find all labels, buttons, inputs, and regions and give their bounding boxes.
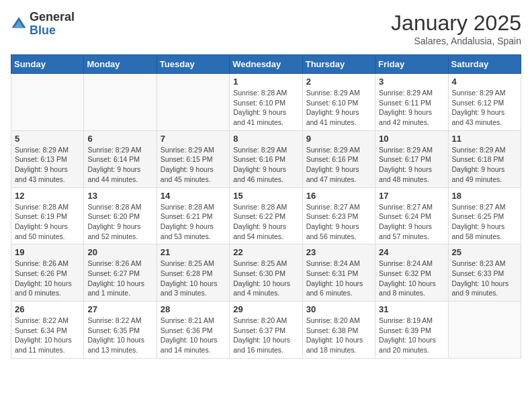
weekday-header-tuesday: Tuesday [157,55,229,74]
day-number: 16 [306,191,371,201]
calendar-cell: 15Sunrise: 8:28 AM Sunset: 6:22 PM Dayli… [230,187,302,244]
calendar-cell: 10Sunrise: 8:29 AM Sunset: 6:17 PM Dayli… [375,130,448,187]
calendar-cell: 3Sunrise: 8:29 AM Sunset: 6:11 PM Daylig… [375,74,448,131]
logo-general-text: General [30,10,75,24]
calendar-cell [448,302,521,359]
day-number: 11 [452,134,517,144]
calendar-cell: 17Sunrise: 8:27 AM Sunset: 6:24 PM Dayli… [375,187,448,244]
calendar-cell: 16Sunrise: 8:27 AM Sunset: 6:23 PM Dayli… [302,187,375,244]
day-number: 1 [233,77,298,87]
day-info: Sunrise: 8:27 AM Sunset: 6:24 PM Dayligh… [379,202,444,242]
day-number: 28 [161,304,226,314]
day-number: 20 [87,247,152,257]
day-info: Sunrise: 8:28 AM Sunset: 6:19 PM Dayligh… [15,202,80,242]
day-number: 10 [379,134,444,144]
calendar-cell: 8Sunrise: 8:29 AM Sunset: 6:16 PM Daylig… [230,130,302,187]
day-number: 31 [379,304,444,314]
calendar-cell [84,74,157,131]
calendar-cell [157,74,229,131]
weekday-header-monday: Monday [84,55,157,74]
day-info: Sunrise: 8:22 AM Sunset: 6:34 PM Dayligh… [15,316,80,355]
calendar-cell: 11Sunrise: 8:29 AM Sunset: 6:18 PM Dayli… [448,130,521,187]
day-info: Sunrise: 8:22 AM Sunset: 6:35 PM Dayligh… [87,316,152,355]
calendar-cell: 9Sunrise: 8:29 AM Sunset: 6:16 PM Daylig… [302,130,375,187]
day-info: Sunrise: 8:28 AM Sunset: 6:22 PM Dayligh… [233,202,298,242]
day-number: 9 [306,134,371,144]
page-header: General Blue January 2025 Salares, Andal… [11,11,521,46]
day-info: Sunrise: 8:29 AM Sunset: 6:11 PM Dayligh… [379,88,444,128]
calendar-cell: 28Sunrise: 8:21 AM Sunset: 6:36 PM Dayli… [157,302,229,359]
calendar-cell: 19Sunrise: 8:26 AM Sunset: 6:26 PM Dayli… [11,244,84,302]
calendar-cell: 5Sunrise: 8:29 AM Sunset: 6:13 PM Daylig… [11,130,84,187]
calendar-table: SundayMondayTuesdayWednesdayThursdayFrid… [11,54,521,359]
day-info: Sunrise: 8:27 AM Sunset: 6:23 PM Dayligh… [306,202,371,242]
calendar-cell: 13Sunrise: 8:28 AM Sunset: 6:20 PM Dayli… [84,187,157,244]
day-number: 23 [306,247,371,257]
logo-blue-text: Blue [30,24,56,37]
weekday-header-saturday: Saturday [448,55,521,74]
calendar-cell: 29Sunrise: 8:20 AM Sunset: 6:37 PM Dayli… [230,302,302,359]
calendar-cell: 30Sunrise: 8:20 AM Sunset: 6:38 PM Dayli… [302,302,375,359]
weekday-header-row: SundayMondayTuesdayWednesdayThursdayFrid… [11,55,521,74]
day-info: Sunrise: 8:24 AM Sunset: 6:31 PM Dayligh… [306,259,371,298]
day-info: Sunrise: 8:20 AM Sunset: 6:38 PM Dayligh… [306,316,371,355]
day-number: 27 [87,304,152,314]
day-number: 5 [15,134,80,144]
day-info: Sunrise: 8:27 AM Sunset: 6:25 PM Dayligh… [452,202,517,242]
weekday-header-friday: Friday [375,55,448,74]
day-number: 4 [452,77,517,87]
calendar-cell: 2Sunrise: 8:29 AM Sunset: 6:10 PM Daylig… [302,74,375,131]
calendar-cell: 25Sunrise: 8:23 AM Sunset: 6:33 PM Dayli… [448,244,521,302]
calendar-week-2: 5Sunrise: 8:29 AM Sunset: 6:13 PM Daylig… [11,130,521,187]
calendar-week-4: 19Sunrise: 8:26 AM Sunset: 6:26 PM Dayli… [11,244,521,302]
day-number: 15 [233,191,298,201]
calendar-cell: 6Sunrise: 8:29 AM Sunset: 6:14 PM Daylig… [84,130,157,187]
day-number: 14 [161,191,226,201]
weekday-header-wednesday: Wednesday [230,55,302,74]
day-info: Sunrise: 8:23 AM Sunset: 6:33 PM Dayligh… [452,259,517,298]
day-info: Sunrise: 8:29 AM Sunset: 6:17 PM Dayligh… [379,145,444,185]
day-number: 2 [306,77,371,87]
calendar-cell: 22Sunrise: 8:25 AM Sunset: 6:30 PM Dayli… [230,244,302,302]
day-number: 17 [379,191,444,201]
title-block: January 2025 Salares, Andalusia, Spain [391,11,521,46]
calendar-cell: 23Sunrise: 8:24 AM Sunset: 6:31 PM Dayli… [302,244,375,302]
location-text: Salares, Andalusia, Spain [391,36,521,46]
day-number: 19 [15,247,80,257]
day-info: Sunrise: 8:29 AM Sunset: 6:14 PM Dayligh… [87,145,152,185]
month-title: January 2025 [391,11,521,36]
calendar-cell: 26Sunrise: 8:22 AM Sunset: 6:34 PM Dayli… [11,302,84,359]
day-number: 7 [161,134,226,144]
calendar-cell: 21Sunrise: 8:25 AM Sunset: 6:28 PM Dayli… [157,244,229,302]
calendar-cell: 4Sunrise: 8:29 AM Sunset: 6:12 PM Daylig… [448,74,521,131]
day-number: 21 [161,247,226,257]
calendar-cell [11,74,84,131]
day-info: Sunrise: 8:19 AM Sunset: 6:39 PM Dayligh… [379,316,444,355]
day-info: Sunrise: 8:29 AM Sunset: 6:13 PM Dayligh… [15,145,80,185]
day-number: 22 [233,247,298,257]
day-info: Sunrise: 8:29 AM Sunset: 6:12 PM Dayligh… [452,88,517,128]
day-info: Sunrise: 8:29 AM Sunset: 6:16 PM Dayligh… [306,145,371,185]
day-info: Sunrise: 8:29 AM Sunset: 6:10 PM Dayligh… [306,88,371,128]
weekday-header-thursday: Thursday [302,55,375,74]
calendar-cell: 12Sunrise: 8:28 AM Sunset: 6:19 PM Dayli… [11,187,84,244]
calendar-cell: 14Sunrise: 8:28 AM Sunset: 6:21 PM Dayli… [157,187,229,244]
day-info: Sunrise: 8:20 AM Sunset: 6:37 PM Dayligh… [233,316,298,355]
day-info: Sunrise: 8:26 AM Sunset: 6:27 PM Dayligh… [87,259,152,298]
logo: General Blue [11,11,75,38]
calendar-cell: 1Sunrise: 8:28 AM Sunset: 6:10 PM Daylig… [230,74,302,131]
day-info: Sunrise: 8:25 AM Sunset: 6:30 PM Dayligh… [233,259,298,298]
day-number: 3 [379,77,444,87]
day-info: Sunrise: 8:25 AM Sunset: 6:28 PM Dayligh… [161,259,226,298]
day-info: Sunrise: 8:26 AM Sunset: 6:26 PM Dayligh… [15,259,80,298]
calendar-cell: 7Sunrise: 8:29 AM Sunset: 6:15 PM Daylig… [157,130,229,187]
day-info: Sunrise: 8:28 AM Sunset: 6:10 PM Dayligh… [233,88,298,128]
day-info: Sunrise: 8:21 AM Sunset: 6:36 PM Dayligh… [161,316,226,355]
day-info: Sunrise: 8:29 AM Sunset: 6:15 PM Dayligh… [161,145,226,185]
day-number: 12 [15,191,80,201]
calendar-week-1: 1Sunrise: 8:28 AM Sunset: 6:10 PM Daylig… [11,74,521,131]
day-info: Sunrise: 8:29 AM Sunset: 6:16 PM Dayligh… [233,145,298,185]
day-info: Sunrise: 8:24 AM Sunset: 6:32 PM Dayligh… [379,259,444,298]
day-number: 6 [87,134,152,144]
calendar-week-5: 26Sunrise: 8:22 AM Sunset: 6:34 PM Dayli… [11,302,521,359]
